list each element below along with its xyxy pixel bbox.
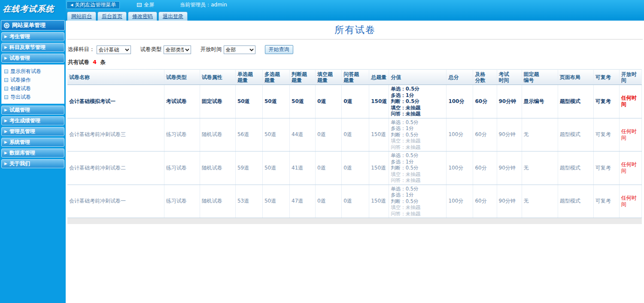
current-admin-label: 当前管理员：admin (180, 1, 227, 9)
sidebar-item-system-management[interactable]: ▶ 系统管理 (1, 138, 64, 147)
cell-total: 150道 (369, 85, 389, 118)
cell-qa: 0道 (342, 118, 369, 152)
cell-scores: 单选：0.5分 多选：1分 判断：0.5分填空：未抽题 问答：未抽题 (389, 185, 447, 218)
sidebar-item-label: 关于我们 (9, 160, 30, 167)
table-header-row: 试卷名称试卷类型试卷属性单选题 题量多选题 题量判断题 题量填空题 题量问答题 … (67, 70, 642, 85)
sidebar-item-paper-management[interactable]: ▶ 试卷管理 (1, 54, 64, 63)
menu-arrow-icon: ▶ (4, 140, 7, 144)
fullscreen-label: 全屏 (144, 1, 154, 9)
cell-fixed_no: 无 (522, 118, 558, 152)
cell-open_time: 任何时间 (619, 152, 641, 185)
grid-icon (4, 78, 8, 82)
cell-total: 150道 (369, 185, 389, 218)
cell-attr: 随机试卷 (200, 152, 235, 185)
grid-icon (4, 70, 8, 73)
menu-arrow-icon: ▶ (4, 56, 7, 60)
cell-duration: 90分钟 (497, 185, 522, 218)
sidebar-item-examinee-management[interactable]: ▶ 考生管理 (1, 32, 64, 41)
cell-name: 会计基础考前冲刺试卷二 (67, 152, 164, 185)
open-time-select[interactable]: 全部 (224, 45, 255, 54)
count-prefix: 共有试卷 (68, 59, 89, 65)
cell-total_score: 100分 (447, 152, 473, 185)
tab-backend-home[interactable]: 后台首页 (97, 12, 127, 21)
cell-total_score: 100分 (447, 185, 473, 218)
cell-scores: 单选：0.5分 多选：1分 判断：0.5分填空：未抽题 问答：未抽题 (389, 118, 447, 152)
paper-type-filter-label: 试卷类型 (140, 46, 162, 53)
tab-label: 退出登录 (163, 13, 183, 20)
submenu-item-label: 导出试卷 (10, 94, 31, 101)
sidebar-item-about-us[interactable]: ▶ 关于我们 (1, 159, 64, 168)
tab-site-front[interactable]: 网站前台 (67, 12, 96, 21)
tab-change-password[interactable]: 修改密码 (128, 12, 157, 21)
cell-pass_score: 60分 (473, 185, 497, 218)
open-time-filter-label: 开放时间 (200, 46, 222, 53)
sidebar-item-label: 系统管理 (9, 139, 30, 146)
column-header: 试卷类型 (164, 70, 200, 85)
submenu-item-label: 显示所有试卷 (10, 68, 41, 75)
fullscreen-button[interactable]: 全屏 (137, 1, 154, 9)
cell-open_time: 任何时间 (619, 85, 641, 118)
grid-icon (4, 87, 8, 91)
menu-arrow-icon: ▶ (4, 162, 7, 166)
cell-type: 练习试卷 (164, 152, 200, 185)
paper-row: 会计基础考前冲刺试卷二练习试卷随机试卷59道50道41道0道0道150道单选：0… (67, 152, 642, 185)
start-query-button[interactable]: 开始查询 (265, 45, 293, 54)
cell-single: 56道 (235, 118, 262, 152)
column-header: 问答题 题量 (342, 70, 369, 85)
cell-type: 练习试卷 (164, 118, 200, 152)
app-window: 在线考试系统 网站菜单管理 ▶ 考生管理 ▶ 科目及章节管理 ▶ 试卷管理 (0, 0, 644, 303)
cell-scores: 单选：0.5分 多选：1分 判断：0.5分填空：未抽题 问答：未抽题 (389, 152, 447, 185)
sidebar-item-database-management[interactable]: ▶ 数据库管理 (1, 148, 64, 158)
column-header: 考试 时间 (497, 70, 522, 85)
paper-count-row: 共有试卷 4 条 (67, 54, 643, 69)
cell-type: 考试试卷 (164, 85, 200, 118)
subject-filter-label: 选择科目： (68, 46, 95, 53)
close-left-menu-button[interactable]: ◀ 关闭左边管理菜单 (67, 1, 120, 9)
submenu-item-create-paper[interactable]: 创建试卷 (4, 84, 64, 93)
column-header: 开放时间 (619, 70, 641, 85)
sidebar-item-score-management[interactable]: ▶ 考生成绩管理 (1, 116, 64, 125)
cell-single: 50道 (235, 85, 262, 118)
submenu-item-paper-operations[interactable]: 试卷操作 (4, 76, 64, 84)
sidebar-item-subject-chapter-management[interactable]: ▶ 科目及章节管理 (1, 43, 64, 52)
submenu-item-export-paper[interactable]: 导出试卷 (4, 93, 64, 101)
column-header: 试卷属性 (200, 70, 235, 85)
paper-type-select[interactable]: 全部类型 (164, 45, 191, 54)
cell-open_time: 任何时间 (619, 185, 641, 218)
cell-qa: 0道 (342, 85, 369, 118)
cell-name: 会计基础考前冲刺试卷三 (67, 118, 164, 152)
column-header: 多选题 题量 (262, 70, 289, 85)
cell-duration: 90分钟 (497, 85, 522, 118)
count-suffix: 条 (100, 59, 106, 65)
cell-attr: 随机试卷 (200, 118, 235, 152)
sidebar-item-admin-management[interactable]: ▶ 管理员管理 (1, 127, 64, 136)
cell-judge: 41道 (290, 152, 316, 185)
column-header: 判断题 题量 (290, 70, 316, 85)
cell-total: 150道 (369, 152, 389, 185)
cell-layout: 题型模式 (558, 152, 593, 185)
cell-pass_score: 60分 (473, 85, 497, 118)
menu-arrow-icon: ▶ (4, 45, 7, 49)
cell-blank: 0道 (316, 85, 342, 118)
cell-qa: 0道 (342, 152, 369, 185)
cell-fixed_no: 无 (522, 152, 558, 185)
column-header: 单选题 题量 (235, 70, 262, 85)
collapse-left-icon: ◀ (70, 3, 73, 7)
sidebar-item-label: 管理员管理 (9, 128, 35, 135)
column-header: 固定题 编号 (522, 70, 558, 85)
grid-icon (4, 95, 8, 99)
cell-judge: 50道 (290, 85, 316, 118)
cell-judge: 47道 (290, 185, 316, 218)
cell-attr: 随机试卷 (200, 185, 235, 218)
cell-fixed_no: 显示编号 (522, 85, 558, 118)
cell-open_time: 任何时间 (619, 118, 641, 152)
tab-logout[interactable]: 退出登录 (158, 12, 188, 21)
close-left-menu-label: 关闭左边管理菜单 (75, 1, 116, 9)
subject-select[interactable]: 会计基础 (97, 45, 131, 54)
paper-row: 会计基础模拟考试一考试试卷固定试卷50道50道50道0道0道150道单选：0.5… (67, 85, 642, 118)
cell-judge: 44道 (290, 118, 316, 152)
menu-arrow-icon: ▶ (4, 151, 7, 155)
sidebar-item-question-management[interactable]: ▶ 试题管理 (1, 106, 64, 115)
submenu-item-show-all-papers[interactable]: 显示所有试卷 (4, 67, 64, 76)
cell-layout: 题型模式 (558, 118, 593, 152)
